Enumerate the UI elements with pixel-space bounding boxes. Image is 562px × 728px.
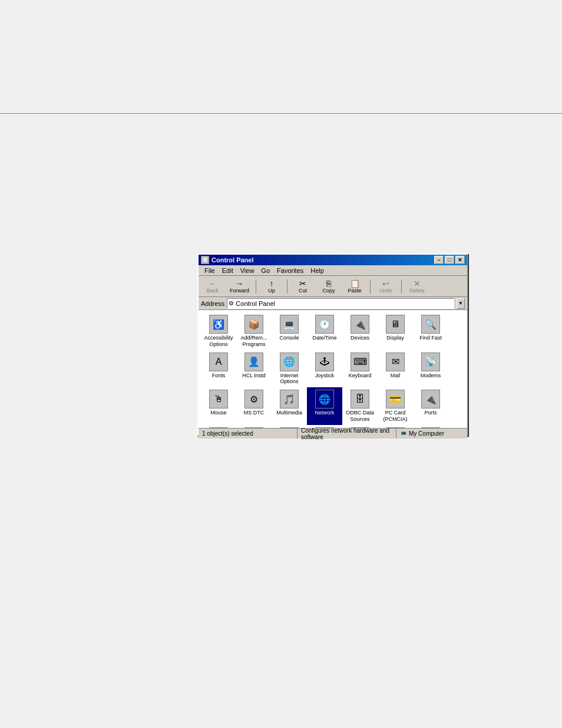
- cp-item-joystick[interactable]: 🕹Joystick: [307, 350, 342, 388]
- up-label: Up: [268, 288, 275, 294]
- cp-item-ports[interactable]: 🔌Ports: [413, 387, 448, 425]
- odbc-icon: 🗄: [351, 390, 369, 409]
- display-icon: 🖥: [386, 315, 405, 334]
- cp-item-mouse[interactable]: 🖱Mouse: [201, 387, 236, 425]
- address-dropdown[interactable]: ▼: [457, 298, 465, 309]
- cut-icon: ✂: [299, 279, 306, 288]
- title-bar: ⚙ Control Panel − □ ✕: [199, 255, 467, 265]
- cp-item-multimedia[interactable]: 🎵Multimedia: [272, 387, 307, 425]
- cp-item-msdtc[interactable]: ⚙MS DTC: [236, 387, 272, 425]
- content-area[interactable]: ♿Accessibility Options📦Add/Rem... Progra…: [199, 310, 467, 428]
- forward-icon: →: [236, 279, 244, 288]
- close-button[interactable]: ✕: [455, 256, 465, 264]
- address-input[interactable]: ⚙ Control Panel: [227, 298, 454, 309]
- menu-view[interactable]: View: [237, 266, 258, 275]
- copy-button[interactable]: ⎘ Copy: [317, 278, 340, 295]
- delete-label: Delete: [409, 288, 425, 294]
- status-description: Configures network hardware and software: [297, 429, 396, 439]
- cp-item-printers[interactable]: 🖨Printers: [201, 425, 236, 428]
- delete-button[interactable]: ✕ Delete: [405, 278, 429, 295]
- cp-item-accessibility[interactable]: ♿Accessibility Options: [201, 312, 236, 350]
- control-panel-window: ⚙ Control Panel − □ ✕ File Edit View Go …: [197, 253, 468, 436]
- devices-icon: 🔌: [351, 315, 369, 334]
- hcl-label: HCL Instd: [242, 373, 266, 379]
- cp-item-add-remove[interactable]: 📦Add/Rem... Programs: [236, 312, 272, 350]
- paste-icon: 📋: [350, 279, 360, 288]
- devices-label: Devices: [351, 335, 369, 341]
- undo-label: Undo: [379, 288, 392, 294]
- menu-help[interactable]: Help: [307, 266, 328, 275]
- joystick-label: Joystick: [315, 373, 334, 379]
- menu-favorites[interactable]: Favorites: [273, 266, 307, 275]
- menu-edit[interactable]: Edit: [219, 266, 237, 275]
- paste-button[interactable]: 📋 Paste: [343, 278, 366, 295]
- server-icon: 🖥: [386, 427, 405, 428]
- pccard-label: PC Card (PCMCIA): [384, 410, 408, 423]
- cp-item-datetime[interactable]: 🕐Date/Time: [307, 312, 342, 350]
- cp-item-hcl[interactable]: 👤HCL Instd: [236, 350, 272, 388]
- cp-item-odbc[interactable]: 🗄ODBC Data Sources: [342, 387, 378, 425]
- datetime-label: Date/Time: [312, 335, 336, 341]
- network-icon: 🌐: [315, 390, 334, 409]
- up-button[interactable]: ↑ Up: [260, 278, 283, 295]
- joystick-icon: 🕹: [315, 353, 334, 371]
- cp-item-display[interactable]: 🖥Display: [378, 312, 413, 350]
- status-bar: 1 object(s) selected Configures network …: [199, 428, 467, 439]
- cp-item-modems[interactable]: 📡Modems: [413, 350, 448, 388]
- cp-item-console[interactable]: 💻Console: [272, 312, 307, 350]
- page-background: ⚙ Control Panel − □ ✕ File Edit View Go …: [0, 0, 562, 728]
- delete-icon: ✕: [414, 279, 421, 288]
- toolbar-sep-1: [256, 279, 256, 294]
- msdtc-icon: ⚙: [244, 390, 263, 409]
- up-icon: ↑: [270, 279, 274, 288]
- window-title: Control Panel: [211, 256, 254, 263]
- status-location: 💻 My Computer: [396, 429, 467, 439]
- forward-button[interactable]: → Forward: [227, 278, 252, 295]
- internet-label: Internet Options: [280, 373, 298, 386]
- services-icon: ⚙: [421, 427, 440, 428]
- add-remove-icon: 📦: [244, 315, 263, 334]
- cp-item-fonts[interactable]: AFonts: [201, 350, 236, 388]
- printers-icon: 🖨: [209, 427, 228, 428]
- mouse-icon: 🖱: [209, 390, 228, 409]
- title-bar-controls: − □ ✕: [434, 256, 465, 264]
- findfast-label: Find Fast: [419, 335, 442, 341]
- keyboard-icon: ⌨: [351, 353, 369, 371]
- mail-icon: ✉: [386, 353, 405, 371]
- ports-label: Ports: [424, 410, 437, 416]
- hcl-icon: 👤: [244, 353, 263, 371]
- undo-button[interactable]: ↩ Undo: [374, 278, 398, 295]
- scsi-icon: 🔗: [351, 427, 369, 428]
- modems-icon: 📡: [421, 353, 440, 371]
- cp-item-pccard[interactable]: 💳PC Card (PCMCIA): [378, 387, 413, 425]
- accessibility-label: Accessibility Options: [204, 335, 233, 348]
- cp-item-devices[interactable]: 🔌Devices: [342, 312, 378, 350]
- menu-go[interactable]: Go: [257, 266, 273, 275]
- cp-item-network[interactable]: 🌐Network: [307, 387, 342, 425]
- copy-label: Copy: [323, 288, 335, 294]
- maximize-button[interactable]: □: [445, 256, 454, 264]
- cut-button[interactable]: ✂ Cut: [291, 278, 315, 295]
- cp-item-keyboard[interactable]: ⌨Keyboard: [342, 350, 378, 388]
- cp-item-findfast[interactable]: 🔍Find Fast: [413, 312, 448, 350]
- address-bar: Address ⚙ Control Panel ▼: [199, 297, 467, 310]
- network-label: Network: [315, 410, 334, 416]
- cp-item-mail[interactable]: ✉Mail: [378, 350, 413, 388]
- cp-item-internet[interactable]: 🌐Internet Options: [272, 350, 307, 388]
- pccard-icon: 💳: [386, 390, 405, 409]
- back-label: Back: [207, 288, 219, 294]
- multimedia-label: Multimedia: [276, 410, 302, 416]
- top-rule: [0, 113, 562, 114]
- title-bar-text: ⚙ Control Panel: [201, 256, 254, 264]
- realplayer-icon: ▶: [280, 427, 299, 428]
- keyboard-label: Keyboard: [349, 373, 372, 379]
- status-count: 1 object(s) selected: [199, 429, 297, 439]
- cp-item-quicktime[interactable]: ▶QuickTime: [236, 425, 272, 428]
- cp-item-services[interactable]: ⚙Services: [413, 425, 448, 428]
- back-button[interactable]: ← Back: [201, 278, 224, 295]
- console-icon: 💻: [280, 315, 299, 334]
- menu-file[interactable]: File: [201, 266, 219, 275]
- toolbar-sep-2: [287, 279, 287, 294]
- minimize-button[interactable]: −: [434, 256, 444, 264]
- display-label: Display: [386, 335, 404, 341]
